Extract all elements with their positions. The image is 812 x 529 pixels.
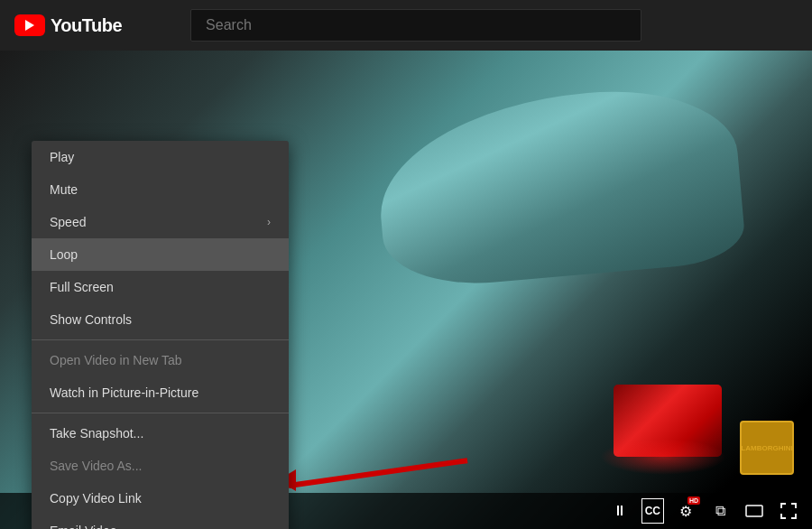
fullscreen-button[interactable] <box>776 498 801 524</box>
menu-item-mute[interactable]: Mute <box>32 173 289 206</box>
menu-item-email[interactable]: Email Video... <box>32 515 289 529</box>
menu-item-save-video: Save Video As... <box>32 450 289 482</box>
theater-icon <box>745 505 763 517</box>
context-menu: Play Mute Speed › Loop Full Screen Show … <box>32 141 289 529</box>
menu-item-fullscreen[interactable]: Full Screen <box>32 271 289 303</box>
menu-item-snapshot[interactable]: Take Snapshot... <box>32 417 289 450</box>
search-input[interactable] <box>190 9 641 42</box>
menu-item-copy-link[interactable]: Copy Video Link <box>32 482 289 515</box>
theater-button[interactable] <box>742 498 767 524</box>
svg-rect-0 <box>746 506 762 516</box>
menu-item-show-controls[interactable]: Show Controls <box>32 303 289 336</box>
menu-divider-1 <box>32 339 289 340</box>
settings-button[interactable]: ⚙ HD <box>673 498 698 524</box>
pause-button[interactable]: ⏸ <box>607 498 632 524</box>
menu-item-pip[interactable]: Watch in Picture-in-Picture <box>32 376 289 409</box>
youtube-logo[interactable]: YouTube <box>14 14 122 36</box>
speed-submenu-chevron: › <box>267 216 271 228</box>
car-taillight-glow <box>600 439 726 475</box>
miniplayer-button[interactable]: ⧉ <box>707 498 733 524</box>
fullscreen-icon <box>780 503 797 519</box>
header: YouTube <box>0 0 812 51</box>
youtube-play-icon <box>14 14 45 36</box>
menu-item-loop[interactable]: Loop <box>32 238 289 271</box>
car-roof <box>372 80 747 292</box>
youtube-wordmark: YouTube <box>51 15 122 36</box>
cc-button[interactable]: CC <box>641 498 664 524</box>
main-content: LAMBORGHINI ⏸ CC ⚙ HD ⧉ <box>0 51 812 529</box>
lamborghini-logo: LAMBORGHINI <box>740 421 794 475</box>
hd-badge: HD <box>687 497 700 505</box>
menu-item-open-new-tab: Open Video in New Tab <box>32 344 289 376</box>
search-bar[interactable] <box>190 9 641 42</box>
menu-divider-2 <box>32 413 289 413</box>
menu-item-speed[interactable]: Speed › <box>32 206 289 238</box>
menu-item-play[interactable]: Play <box>32 141 289 173</box>
